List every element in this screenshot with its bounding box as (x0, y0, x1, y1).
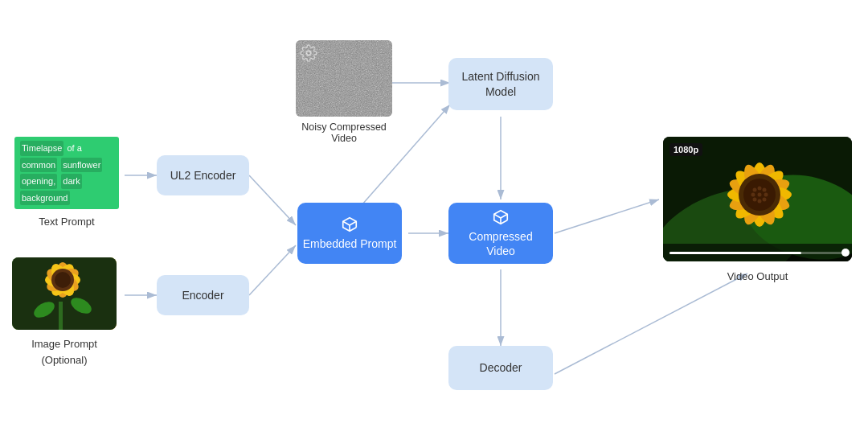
svg-point-51 (764, 193, 768, 197)
svg-line-28 (350, 221, 356, 225)
encoder-box: Encoder (157, 275, 249, 315)
decoder-box: Decoder (448, 346, 553, 390)
svg-line-4 (249, 245, 296, 295)
text-prompt-highlight: Timelapse of a common sunflower opening,… (14, 137, 119, 209)
cube-icon-embedded (341, 216, 358, 233)
svg-point-54 (763, 198, 767, 202)
ul2-encoder-label: UL2 Encoder (170, 168, 236, 183)
image-prompt-box (12, 257, 117, 330)
latent-diffusion-box: Latent Diffusion Model (448, 58, 553, 110)
word-a: a (77, 143, 82, 153)
svg-point-48 (763, 188, 767, 192)
svg-line-3 (249, 175, 296, 225)
image-prompt-label: Image Prompt (Optional) (12, 336, 117, 368)
noisy-video-box (296, 40, 392, 117)
word-opening: opening, (20, 174, 57, 189)
svg-point-46 (753, 188, 757, 192)
svg-rect-13 (59, 302, 63, 330)
svg-point-50 (758, 193, 762, 197)
svg-point-49 (751, 193, 755, 197)
latent-diffusion-label: Latent Diffusion Model (461, 69, 539, 98)
noisy-video-container: Noisy Compressed Video (296, 40, 392, 139)
progress-bar[interactable] (669, 252, 845, 254)
video-controls[interactable] (663, 244, 852, 261)
video-output-label: Video Output (663, 270, 852, 282)
embedded-prompt-label: Embedded Prompt (303, 236, 397, 251)
svg-line-31 (501, 214, 507, 218)
ul2-encoder-box: UL2 Encoder (157, 155, 249, 195)
word-sunflower: sunflower (61, 158, 102, 173)
text-prompt-box: Timelapse of a common sunflower opening,… (14, 137, 119, 209)
word-common: common (20, 158, 57, 173)
svg-point-53 (758, 199, 762, 204)
svg-point-47 (758, 187, 762, 191)
svg-line-10 (555, 273, 747, 374)
sunflower-image (12, 257, 117, 330)
embedded-prompt-box: Embedded Prompt (297, 203, 402, 264)
cube-icon-compressed (492, 208, 510, 226)
progress-thumb (841, 249, 850, 257)
compressed-video-box: Compressed Video (448, 203, 553, 264)
encoder-label: Encoder (182, 288, 223, 302)
diagram-container: Timelapse of a common sunflower opening,… (0, 0, 868, 444)
word-background: background (20, 191, 70, 206)
video-badge: 1080p (669, 143, 702, 156)
word-of: of (67, 143, 74, 153)
text-prompt-label: Text Prompt (14, 216, 119, 228)
svg-line-9 (555, 199, 659, 233)
svg-point-22 (55, 272, 71, 288)
decoder-label: Decoder (480, 360, 522, 375)
compressed-video-label: Compressed Video (469, 229, 532, 258)
progress-fill (669, 252, 801, 254)
video-output-box: 1080p (663, 137, 852, 261)
word-timelapse: Timelapse (20, 141, 63, 156)
svg-line-30 (494, 214, 501, 218)
noise-pattern (296, 40, 392, 117)
svg-line-27 (343, 221, 350, 225)
word-dark: dark (61, 174, 81, 189)
svg-rect-26 (296, 40, 392, 117)
svg-point-52 (753, 198, 757, 202)
noisy-video-label: Noisy Compressed Video (296, 121, 392, 144)
